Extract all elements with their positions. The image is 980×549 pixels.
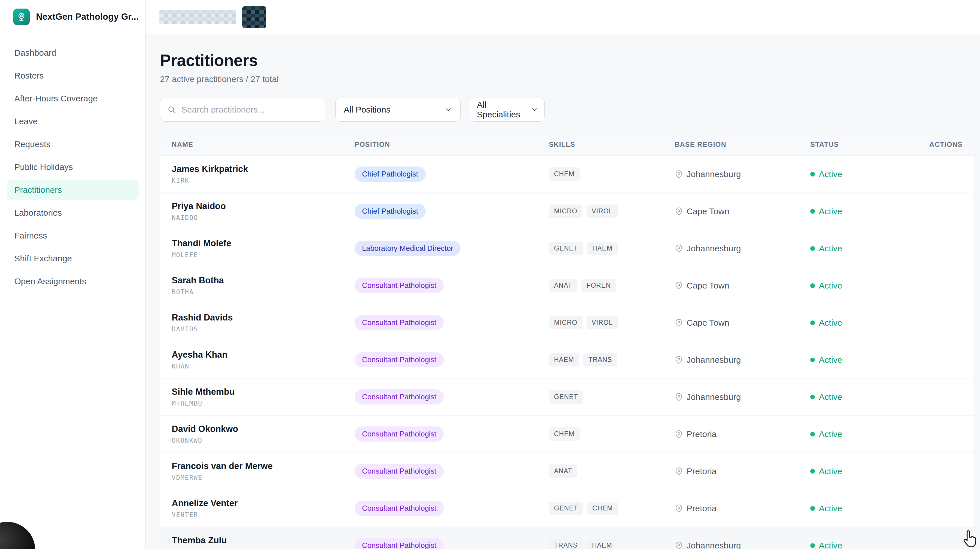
practitioner-name: Thandi Molefe bbox=[172, 238, 355, 248]
table-row[interactable]: James Kirkpatrick KIRK Chief Pathologist… bbox=[160, 156, 974, 193]
positions-filter-select[interactable]: All Positions bbox=[336, 98, 461, 122]
map-pin-icon bbox=[675, 318, 683, 327]
practitioner-name: Ayesha Khan bbox=[172, 350, 355, 360]
app-title: NextGen Pathology Gr... bbox=[36, 12, 138, 22]
region-label: Cape Town bbox=[687, 318, 729, 328]
practitioner-code: MOLEFE bbox=[172, 251, 355, 258]
skills-list: GENET bbox=[549, 390, 675, 404]
table-row[interactable]: Thandi Molefe MOLEFE Laboratory Medical … bbox=[160, 230, 974, 267]
avatar[interactable] bbox=[242, 6, 266, 28]
status-dot-icon bbox=[810, 543, 815, 548]
region-label: Johannesburg bbox=[687, 169, 741, 179]
skill-tag: VIROL bbox=[587, 205, 618, 218]
status-cell: Active bbox=[810, 541, 924, 549]
status-dot-icon bbox=[810, 172, 815, 177]
table-row[interactable]: Ayesha Khan KHAN Consultant Pathologist … bbox=[160, 341, 974, 379]
base-region: Cape Town bbox=[675, 318, 810, 328]
skills-list: CHEM bbox=[549, 167, 675, 181]
practitioner-code: BOTHA bbox=[172, 288, 355, 296]
page-title: Practitioners bbox=[160, 51, 974, 70]
sidebar-item-practitioners[interactable]: Practitioners bbox=[7, 180, 138, 200]
status-cell: Active bbox=[810, 243, 924, 253]
sidebar-item-rosters[interactable]: Rosters bbox=[7, 66, 138, 86]
sidebar-item-public-holidays[interactable]: Public Holidays bbox=[7, 157, 138, 177]
base-region: Johannesburg bbox=[675, 355, 810, 365]
status-label: Active bbox=[819, 392, 842, 402]
column-header-status: STATUS bbox=[810, 140, 924, 148]
topbar bbox=[146, 0, 980, 34]
status-cell: Active bbox=[810, 504, 924, 513]
skill-tag: MICRO bbox=[549, 205, 582, 218]
practitioner-code: KIRK bbox=[172, 177, 355, 184]
region-label: Cape Town bbox=[687, 207, 729, 216]
skill-tag: MICRO bbox=[549, 316, 582, 329]
table-row[interactable]: Priya Naidoo NAIDOO Chief Pathologist MI… bbox=[160, 193, 974, 230]
app-logo bbox=[13, 9, 30, 25]
sidebar-item-fairness[interactable]: Fairness bbox=[7, 226, 138, 246]
region-label: Johannesburg bbox=[687, 541, 741, 549]
practitioner-code: DAVIDS bbox=[172, 325, 355, 333]
skills-list: ANAT bbox=[549, 465, 675, 478]
region-label: Pretoria bbox=[687, 504, 717, 513]
position-badge: Laboratory Medical Director bbox=[355, 241, 461, 256]
status-label: Active bbox=[819, 429, 842, 439]
sidebar-item-laboratories[interactable]: Laboratories bbox=[7, 203, 138, 223]
table-row[interactable]: Rashid Davids DAVIDS Consultant Patholog… bbox=[160, 304, 974, 341]
sidebar-item-dashboard[interactable]: Dashboard bbox=[7, 43, 138, 63]
skills-list: GENETCHEM bbox=[549, 501, 675, 515]
skill-tag: CHEM bbox=[549, 167, 580, 181]
map-pin-icon bbox=[675, 467, 683, 476]
sidebar: NextGen Pathology Gr... DashboardRosters… bbox=[0, 0, 146, 549]
specialities-filter-select[interactable]: All Specialities bbox=[470, 98, 544, 122]
position-badge: Consultant Pathologist bbox=[355, 278, 444, 293]
practitioner-code: NAIDOO bbox=[172, 214, 355, 221]
search-box[interactable] bbox=[160, 98, 325, 122]
base-region: Johannesburg bbox=[675, 392, 810, 402]
table-row[interactable]: Sarah Botha BOTHA Consultant Pathologist… bbox=[160, 267, 974, 304]
skills-list: TRANSHAEM bbox=[549, 539, 675, 549]
search-input[interactable] bbox=[181, 105, 318, 115]
base-region: Johannesburg bbox=[675, 243, 810, 253]
map-pin-icon bbox=[675, 244, 683, 253]
skill-tag: HAEM bbox=[587, 539, 617, 549]
status-label: Active bbox=[819, 466, 842, 476]
practitioner-code: VENTER bbox=[172, 511, 355, 519]
base-region: Cape Town bbox=[675, 207, 810, 216]
status-dot-icon bbox=[810, 432, 815, 436]
table-header-row: NAMEPOSITIONSKILLSBASE REGIONSTATUSACTIO… bbox=[160, 134, 974, 156]
practitioner-name: James Kirkpatrick bbox=[172, 164, 355, 174]
sidebar-item-shift-exchange[interactable]: Shift Exchange bbox=[7, 248, 138, 269]
sidebar-item-after-hours-coverage[interactable]: After-Hours Coverage bbox=[7, 89, 138, 108]
status-dot-icon bbox=[810, 395, 815, 399]
map-pin-icon bbox=[675, 356, 683, 364]
practitioner-name: Sihle Mthembu bbox=[172, 387, 355, 397]
map-pin-icon bbox=[675, 541, 683, 549]
position-badge: Consultant Pathologist bbox=[355, 426, 444, 442]
status-label: Active bbox=[819, 318, 842, 328]
table-row[interactable]: Annelize Venter VENTER Consultant Pathol… bbox=[160, 490, 974, 527]
status-cell: Active bbox=[810, 169, 924, 179]
table-row[interactable]: Themba Zulu ZULU Consultant Pathologist … bbox=[160, 527, 974, 549]
table-row[interactable]: Francois van der Merwe VDMERWE Consultan… bbox=[160, 453, 974, 490]
table-row[interactable]: Sihle Mthembu MTHEMBU Consultant Patholo… bbox=[160, 379, 974, 415]
skill-tag: ANAT bbox=[549, 465, 578, 478]
sidebar-item-leave[interactable]: Leave bbox=[7, 111, 138, 131]
sidebar-item-open-assignments[interactable]: Open Assignments bbox=[7, 271, 138, 291]
map-pin-icon bbox=[675, 393, 683, 401]
base-region: Pretoria bbox=[675, 504, 810, 513]
column-header-name: NAME bbox=[172, 140, 355, 148]
search-icon bbox=[167, 105, 176, 114]
chevron-down-icon bbox=[531, 106, 539, 114]
status-label: Active bbox=[819, 281, 842, 291]
base-region: Johannesburg bbox=[675, 169, 810, 179]
skill-tag: GENET bbox=[549, 242, 583, 255]
status-label: Active bbox=[819, 207, 842, 216]
skills-list: CHEM bbox=[549, 427, 675, 441]
map-pin-icon bbox=[675, 207, 683, 216]
skills-list: HAEMTRANS bbox=[549, 353, 675, 366]
table-body: James Kirkpatrick KIRK Chief Pathologist… bbox=[160, 156, 974, 549]
region-label: Johannesburg bbox=[687, 392, 741, 402]
status-dot-icon bbox=[810, 246, 815, 251]
sidebar-item-requests[interactable]: Requests bbox=[7, 134, 138, 154]
table-row[interactable]: David Okonkwo OKONKWO Consultant Patholo… bbox=[160, 415, 974, 453]
